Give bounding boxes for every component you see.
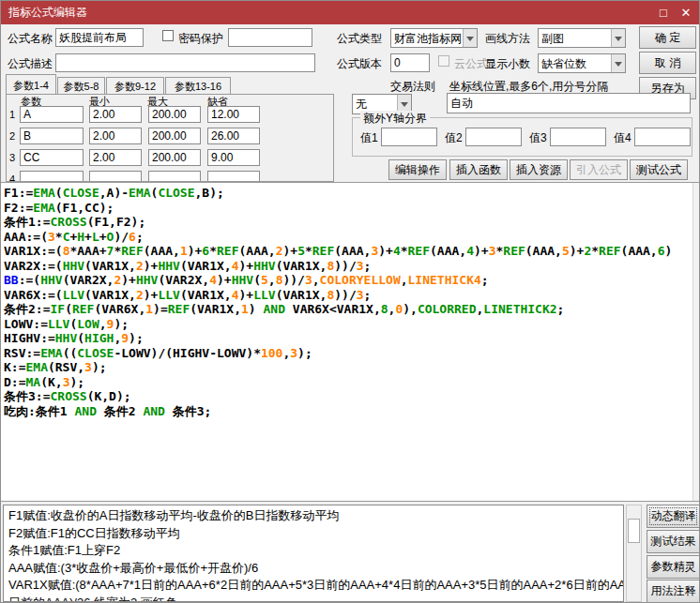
formula-type-select[interactable]: 财富池指标网	[390, 28, 478, 48]
yaxis-input-2[interactable]	[465, 128, 522, 146]
action-button-插入函数[interactable]: 插入函数	[449, 159, 508, 180]
translation-line: 条件1赋值:F1上穿F2	[8, 542, 618, 560]
cloud-formula-label: 云公式	[454, 56, 488, 71]
chevron-down-icon[interactable]	[463, 29, 477, 47]
param-default-input[interactable]	[207, 128, 260, 144]
param-name-input[interactable]	[20, 106, 84, 123]
action-button-引入公式: 引入公式	[570, 159, 628, 180]
cancel-button[interactable]: 取 消	[639, 52, 696, 74]
password-checkbox[interactable]	[162, 30, 174, 41]
password-label: 密码保护	[178, 31, 223, 46]
decimal-label: 显示小数	[485, 56, 530, 71]
close-icon[interactable]: ✕	[675, 1, 697, 24]
formula-type-value: 财富池指标网	[394, 31, 462, 47]
coord-line-input[interactable]	[447, 93, 691, 113]
code-line: 条件1:=CROSS(F1,F2);	[4, 215, 700, 230]
yaxis-label-1: 值1	[360, 130, 378, 146]
param-row-index: 1	[9, 109, 15, 120]
side-button-测试结果[interactable]: 测试结果	[647, 530, 700, 553]
extra-yaxis-title: 额外Y轴分界	[360, 111, 430, 127]
param-row-index: 4	[9, 173, 15, 182]
translation-panel: F1赋值:收盘价的A日指数移动平均-收盘价的B日指数移动平均F2赋值:F1的CC…	[1, 502, 700, 603]
coord-line-label: 坐标线位置,最多6个,用分号分隔	[449, 79, 608, 94]
code-line: F2:=EMA(F1,CC);	[4, 201, 700, 216]
formula-desc-label: 公式描述	[8, 56, 53, 71]
translation-line: F2赋值:F1的CC日指数移动平均	[8, 525, 618, 543]
code-line: F1:=EMA(CLOSE,A)-EMA(CLOSE,B);	[4, 186, 700, 201]
draw-method-value: 副图	[541, 31, 610, 47]
draw-method-select[interactable]: 副图	[538, 28, 626, 48]
code-line: LOWV:=LLV(LOW,9);	[4, 317, 700, 332]
formula-editor-window: 指标公式编辑器 □ ✕ 公式名称 密码保护 公式类型 财富池指标网 画线方法 副…	[0, 0, 700, 603]
action-button-插入资源[interactable]: 插入资源	[510, 159, 568, 180]
param-default-input[interactable]	[207, 106, 260, 123]
yaxis-input-3[interactable]	[550, 128, 606, 146]
param-max-input[interactable]	[148, 149, 201, 166]
tab-参数13-16[interactable]: 参数13-16	[165, 77, 231, 94]
decimal-select[interactable]: 缺省位数	[538, 53, 626, 73]
param-min-input[interactable]	[89, 149, 142, 166]
formula-type-label: 公式类型	[337, 31, 382, 46]
formula-version-label: 公式版本	[337, 56, 382, 71]
param-default-input[interactable]	[207, 171, 260, 182]
param-min-input[interactable]	[89, 128, 142, 144]
translation-line: VAR1X赋值:(8*AAA+7*1日前的AAA+6*2日前的AAA+5*3日前…	[8, 577, 618, 595]
code-editor[interactable]: F1:=EMA(CLOSE,A)-EMA(CLOSE,B);F2:=EMA(F1…	[1, 182, 700, 502]
param-table: 参数最小最大缺省1234	[6, 94, 334, 182]
action-button-编辑操作[interactable]: 编辑操作	[388, 159, 447, 180]
param-max-input[interactable]	[148, 106, 201, 123]
param-min-input[interactable]	[89, 106, 142, 123]
yaxis-input-1[interactable]	[381, 128, 437, 146]
param-max-input[interactable]	[148, 171, 201, 182]
code-scrollbar[interactable]	[692, 183, 699, 501]
tab-参数9-12[interactable]: 参数9-12	[106, 77, 164, 94]
code-line: 吃肉:条件1 AND 条件2 AND 条件3;	[4, 404, 700, 419]
cloud-formula-checkbox	[438, 55, 449, 67]
code-line: VAR6X:=(LLV(VAR1X,2)+LLV(VAR1X,4)+LLV(VA…	[4, 288, 700, 303]
param-name-input[interactable]	[20, 149, 84, 166]
window-title: 指标公式编辑器	[8, 1, 87, 24]
ok-button[interactable]: 确 定	[639, 26, 696, 49]
code-line: AAA:=(3*C+H+L+O)/6;	[4, 230, 700, 245]
code-line: 条件3:=CROSS(K,D);	[4, 389, 700, 404]
tab-参数1-4[interactable]: 参数1-4	[6, 74, 56, 94]
code-line: K:=EMA(RSV,3);	[4, 360, 700, 375]
trade-rule-label: 交易法则	[390, 79, 435, 94]
action-button-测试公式[interactable]: 测试公式	[630, 159, 688, 180]
translation-line: 日前的AAA)/36,线宽为2,画红色	[8, 595, 618, 602]
param-min-input[interactable]	[89, 171, 142, 182]
param-name-input[interactable]	[20, 128, 84, 144]
translation-text: F1赋值:收盘价的A日指数移动平均-收盘价的B日指数移动平均F2赋值:F1的CC…	[3, 505, 624, 602]
formula-name-label: 公式名称	[8, 31, 53, 46]
formula-name-input[interactable]	[55, 28, 144, 47]
scrollbar-thumb[interactable]	[628, 519, 640, 543]
extra-yaxis-group: 额外Y轴分界 值1值2值3值4	[352, 117, 692, 157]
code-line: VAR1X:=(8*AAA+7*REF(AAA,1)+6*REF(AAA,2)+…	[4, 244, 700, 259]
formula-version-input[interactable]	[390, 53, 430, 72]
maximize-icon[interactable]: □	[652, 1, 675, 24]
yaxis-label-3: 值3	[529, 130, 547, 146]
formula-desc-input[interactable]	[55, 53, 315, 72]
translation-line: AAA赋值:(3*收盘价+最高价+最低价+开盘价)/6	[8, 560, 618, 578]
side-button-用法注释[interactable]: 用法注释	[647, 580, 700, 603]
yaxis-label-4: 值4	[614, 130, 632, 146]
password-input[interactable]	[228, 28, 312, 47]
param-row-index: 2	[9, 130, 15, 142]
title-bar: 指标公式编辑器 □ ✕	[1, 1, 700, 24]
tab-参数5-8[interactable]: 参数5-8	[57, 77, 105, 94]
yaxis-input-4[interactable]	[634, 128, 691, 146]
param-max-input[interactable]	[148, 128, 201, 144]
yaxis-label-2: 值2	[445, 130, 463, 146]
translation-scrollbar[interactable]	[626, 505, 642, 602]
code-line: HIGHV:=HHV(HIGH,9);	[4, 331, 700, 346]
chevron-down-icon[interactable]	[611, 54, 625, 72]
translation-line: F1赋值:收盘价的A日指数移动平均-收盘价的B日指数移动平均	[8, 507, 618, 525]
param-name-input[interactable]	[20, 171, 84, 182]
side-button-动态翻译[interactable]: 动态翻译	[647, 505, 700, 528]
param-default-input[interactable]	[207, 149, 260, 166]
side-button-参数精灵[interactable]: 参数精灵	[647, 555, 700, 579]
chevron-down-icon[interactable]	[611, 29, 625, 47]
code-line: D:=MA(K,3);	[4, 375, 700, 390]
code-line: BB:=(HHV(VAR2X,2)+HHV(VAR2X,4)+HHV(5,8))…	[4, 273, 700, 288]
code-line: RSV:=EMA((CLOSE-LOWV)/(HIGHV-LOWV)*100,3…	[4, 346, 700, 361]
